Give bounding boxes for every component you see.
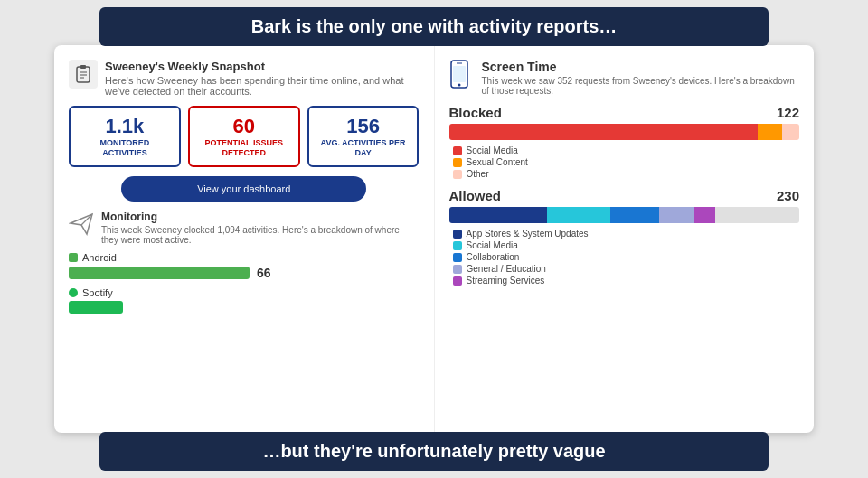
monitoring-text: This week Sweeney clocked 1,094 activiti… xyxy=(101,225,420,245)
allowed-count: 230 xyxy=(777,188,799,203)
monitoring-section: Monitoring This week Sweeney clocked 1,0… xyxy=(69,211,420,245)
android-activity: Android 66 xyxy=(69,252,420,280)
blocked-legend-other: Other xyxy=(453,169,800,179)
blocked-count: 122 xyxy=(777,105,799,120)
monitored-activities-label: Monitored Activities xyxy=(78,138,172,158)
right-panel: Screen Time This week we saw 352 request… xyxy=(435,45,815,433)
avg-activities-stat: 156 Avg. Activities Per Day xyxy=(307,106,420,167)
snapshot-text: Sweeney's Weekly Snapshot Here's how Swe… xyxy=(105,60,420,97)
allowed-legend-streaming: Streaming Services xyxy=(453,276,800,286)
avg-activities-label: Avg. Activities Per Day xyxy=(316,138,410,158)
sexual-content-dot xyxy=(453,158,462,167)
phone-icon xyxy=(449,60,475,92)
android-count: 66 xyxy=(257,266,271,280)
other-dot-blocked xyxy=(453,170,462,179)
spotify-bar xyxy=(69,301,123,314)
potential-issues-label: Potential Issues Detected xyxy=(197,138,291,158)
screen-time-header: Screen Time This week we saw 352 request… xyxy=(449,60,800,96)
monitored-activities-stat: 1.1k Monitored Activities xyxy=(69,106,181,167)
screen-time-text-container: Screen Time This week we saw 352 request… xyxy=(482,60,800,96)
spotify-label: Spotify xyxy=(69,287,420,298)
app-stores-dot xyxy=(453,230,462,239)
android-bar xyxy=(69,267,250,279)
screen-time-text: This week we saw 352 requests from Sween… xyxy=(482,76,800,96)
allowed-segment-1 xyxy=(449,207,548,223)
monitored-activities-number: 1.1k xyxy=(78,115,172,138)
top-banner: Bark is the only one with activity repor… xyxy=(99,7,769,46)
allowed-segment-2 xyxy=(547,207,610,223)
clipboard-icon xyxy=(69,60,98,89)
monitoring-text-container: Monitoring This week Sweeney clocked 1,0… xyxy=(101,211,420,245)
allowed-title: Allowed xyxy=(449,188,502,203)
dashboard-button[interactable]: View your dashboard xyxy=(121,176,366,202)
stats-row: 1.1k Monitored Activities 60 Potential I… xyxy=(69,106,420,167)
blocked-title: Blocked xyxy=(449,105,502,120)
potential-issues-number: 60 xyxy=(197,115,291,138)
collaboration-dot xyxy=(453,253,462,262)
allowed-header: Allowed 230 xyxy=(449,188,800,203)
blocked-header: Blocked 122 xyxy=(449,105,800,120)
social-media-dot-allowed xyxy=(453,241,462,250)
android-label: Android xyxy=(69,252,420,263)
spotify-bar-container xyxy=(69,301,420,314)
blocked-legend-sexual: Sexual Content xyxy=(453,157,800,167)
spotify-activity: Spotify xyxy=(69,287,420,314)
allowed-bar xyxy=(449,207,800,223)
allowed-legend-education: General / Education xyxy=(453,264,800,274)
allowed-legend-collaboration: Collaboration xyxy=(453,252,800,262)
svg-point-9 xyxy=(458,84,460,87)
paper-plane-icon xyxy=(69,211,94,236)
snapshot-header: Sweeney's Weekly Snapshot Here's how Swe… xyxy=(69,60,420,97)
blocked-segment-2 xyxy=(758,124,782,140)
blocked-legend: Social Media Sexual Content Other xyxy=(453,145,800,179)
education-dot xyxy=(453,265,462,274)
svg-rect-1 xyxy=(80,65,86,69)
allowed-segment-6 xyxy=(715,207,799,223)
snapshot-subtitle: Here's how Sweeney has been spending the… xyxy=(105,75,420,97)
android-dot xyxy=(69,253,78,262)
allowed-segment-4 xyxy=(659,207,694,223)
svg-rect-10 xyxy=(453,66,466,82)
potential-issues-stat: 60 Potential Issues Detected xyxy=(188,106,300,167)
allowed-legend-appstores: App Stores & System Updates xyxy=(453,229,800,239)
social-media-dot-blocked xyxy=(453,146,462,155)
android-bar-container: 66 xyxy=(69,266,420,280)
blocked-segment-1 xyxy=(449,124,758,140)
streaming-dot xyxy=(453,276,462,286)
blocked-segment-3 xyxy=(782,124,799,140)
allowed-legend-social: Social Media xyxy=(453,240,800,250)
spotify-dot xyxy=(69,288,78,297)
blocked-bar xyxy=(449,124,800,140)
main-card: Sweeney's Weekly Snapshot Here's how Swe… xyxy=(54,45,814,433)
allowed-segment-3 xyxy=(610,207,659,223)
snapshot-title: Sweeney's Weekly Snapshot xyxy=(105,60,420,73)
screen-time-title: Screen Time xyxy=(482,60,800,74)
allowed-segment-5 xyxy=(694,207,715,223)
bottom-banner: …but they're unfortunately pretty vague xyxy=(99,432,769,471)
blocked-legend-social: Social Media xyxy=(453,145,800,155)
avg-activities-number: 156 xyxy=(316,115,410,138)
monitoring-title: Monitoring xyxy=(101,211,420,223)
left-panel: Sweeney's Weekly Snapshot Here's how Swe… xyxy=(54,45,435,433)
allowed-legend: App Stores & System Updates Social Media… xyxy=(453,229,800,286)
